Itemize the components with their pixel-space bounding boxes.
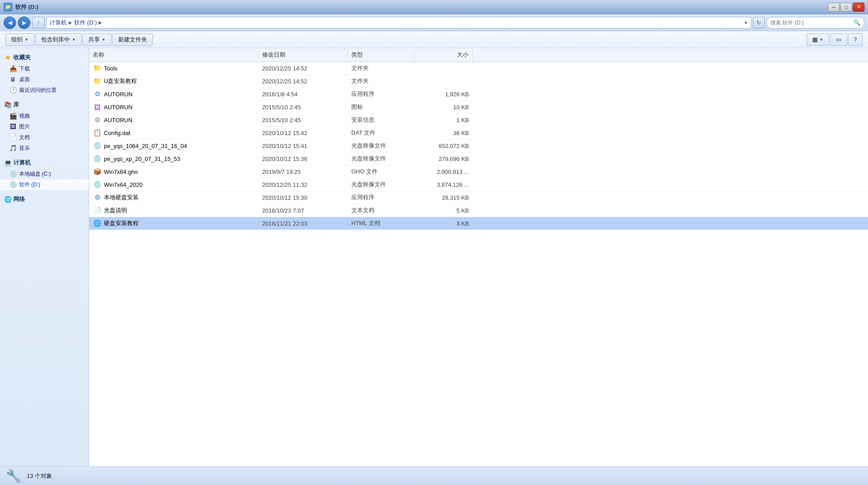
file-date-cell: 2020/10/12 15:42 (259, 129, 348, 137)
table-row[interactable]: ⚙ AUTORUN 2016/1/8 4:54 应用程序 1,926 KB (89, 88, 868, 101)
table-row[interactable]: 💿 pe_yqs_xp_20_07_31_15_53 2020/10/12 15… (89, 152, 868, 165)
up-button[interactable]: ↑ (32, 17, 45, 29)
sidebar-header-network[interactable]: 🌐 网络 (0, 193, 89, 205)
file-icon: ⚙ (93, 90, 102, 99)
titlebar-controls: ─ □ ✕ (828, 3, 864, 12)
new-folder-label: 新建文件夹 (118, 36, 147, 44)
file-name-cell: 💿 Win7x64_2020 (89, 179, 259, 190)
table-row[interactable]: 📦 Win7x64.gho 2019/9/7 19:25 GHO 文件 2,90… (89, 165, 868, 178)
file-name-cell: 💿 pe_yqs_xp_20_07_31_15_53 (89, 153, 259, 164)
table-row[interactable]: 📄 光盘说明 2016/10/23 7:07 文本文档 5 KB (89, 204, 868, 217)
file-name-cell: 📦 Win7x64.gho (89, 166, 259, 177)
sidebar-item-video[interactable]: 🎬 视频 (0, 111, 89, 121)
file-name-text: Tools (104, 65, 117, 72)
sidebar-header-library[interactable]: 📚 库 (0, 99, 89, 111)
organize-button[interactable]: 组织 ▼ (5, 33, 34, 46)
col-header-size[interactable]: 大小 (415, 50, 473, 60)
table-row[interactable]: 📁 Tools 2020/12/25 14:52 文件夹 (89, 62, 868, 75)
share-label: 共享 (88, 36, 100, 44)
share-button[interactable]: 共享 ▼ (82, 33, 111, 46)
breadcrumb-dropdown-arrow[interactable]: ▼ (744, 21, 748, 25)
file-size-cell: 652,072 KB (415, 142, 473, 150)
file-icon: 🌐 (93, 219, 102, 228)
table-row[interactable]: ⚙ 本地硬盘安装 2020/10/12 15:30 应用程序 28,315 KB (89, 191, 868, 204)
maximize-button[interactable]: □ (840, 3, 852, 12)
file-size-cell: 3,874,126 ... (415, 181, 473, 189)
file-list[interactable]: 名称 修改日期 类型 大小 📁 Tools 2020/12/25 14:52 文… (89, 48, 868, 466)
file-size-cell: 2,900,813 ... (415, 168, 473, 176)
image-icon: 🖼 (9, 123, 17, 131)
sidebar-item-document[interactable]: 📄 文档 (0, 132, 89, 143)
minimize-button[interactable]: ─ (828, 3, 839, 12)
file-size-cell: 28,315 KB (415, 193, 473, 202)
file-name-cell: 📋 Config.dat (89, 127, 259, 138)
drive-d-label: 软件 (D:) (19, 181, 40, 189)
preview-pane-button[interactable]: ▭ (830, 33, 847, 46)
file-icon: 💿 (93, 154, 102, 163)
breadcrumb-arrow-1: ▶ (69, 20, 72, 25)
file-name-text: pe_yqs_xp_20_07_31_15_53 (104, 156, 180, 162)
file-size-cell: 36 KB (415, 129, 473, 137)
sidebar-item-drive-d[interactable]: 💿 软件 (D:) (0, 179, 89, 190)
desktop-icon: 🖥 (9, 75, 17, 83)
network-label: 网络 (13, 195, 25, 203)
file-type-cell: 光盘映像文件 (348, 180, 415, 189)
network-icon: 🌐 (4, 195, 12, 203)
file-type-cell: HTML 文档 (348, 218, 415, 228)
search-box[interactable]: 🔍 (766, 17, 864, 29)
sidebar-header-favorites[interactable]: ★ 收藏夹 (0, 52, 89, 63)
titlebar: 📁 软件 (D:) ─ □ ✕ (0, 0, 868, 14)
file-icon: ⚙ (93, 193, 102, 202)
sidebar-item-drive-c[interactable]: 💿 本地磁盘 (C:) (0, 169, 89, 179)
table-row[interactable]: 💿 Win7x64_2020 2020/12/25 11:32 光盘映像文件 3… (89, 178, 868, 191)
file-icon: 📋 (93, 128, 102, 137)
help-icon: ? (854, 36, 857, 43)
file-icon: 💿 (93, 141, 102, 150)
close-button[interactable]: ✕ (853, 3, 864, 12)
file-type-cell: 安装信息 (348, 115, 415, 125)
file-type-cell: 文本文档 (348, 206, 415, 215)
file-type-cell: 光盘映像文件 (348, 141, 415, 151)
computer-label: 计算机 (13, 159, 31, 167)
sidebar-item-recent[interactable]: 🕐 最近访问的位置 (0, 85, 89, 95)
file-icon: 📄 (93, 206, 102, 215)
table-row[interactable]: ⚙ AUTORUN 2015/5/10 2:45 安装信息 1 KB (89, 114, 868, 127)
file-name-text: AUTORUN (104, 104, 132, 111)
col-header-name[interactable]: 名称 (89, 50, 259, 60)
refresh-button[interactable]: ↻ (753, 17, 765, 29)
col-header-type[interactable]: 类型 (348, 50, 415, 60)
col-header-date[interactable]: 修改日期 (259, 50, 348, 60)
view-controls: ▦ ▼ ▭ ? (806, 33, 863, 46)
new-folder-button[interactable]: 新建文件夹 (112, 33, 153, 46)
file-type-cell: 光盘映像文件 (348, 154, 415, 164)
organize-dropdown-icon: ▼ (25, 37, 29, 42)
sidebar-item-downloads[interactable]: 📥 下载 (0, 63, 89, 74)
table-row[interactable]: 📋 Config.dat 2020/10/12 15:42 DAT 文件 36 … (89, 127, 868, 140)
sidebar-section-network: 🌐 网络 (0, 193, 89, 205)
sidebar-item-desktop[interactable]: 🖥 桌面 (0, 74, 89, 85)
file-type-cell: 图标 (348, 102, 415, 112)
sidebar-item-image[interactable]: 🖼 图片 (0, 121, 89, 132)
breadcrumb-bar[interactable]: 计算机 ▶ 软件 (D:) ▶ ▼ (46, 17, 751, 29)
file-name-cell: ⚙ AUTORUN (89, 89, 259, 99)
table-row[interactable]: 🖼 AUTORUN 2015/5/10 2:45 图标 10 KB (89, 101, 868, 114)
organize-label: 组织 (11, 36, 23, 44)
table-row[interactable]: 🌐 硬盘安装教程 2016/11/21 22:03 HTML 文档 3 KB (89, 217, 868, 230)
breadcrumb-computer[interactable]: 计算机 (49, 19, 67, 27)
sidebar-header-computer[interactable]: 💻 计算机 (0, 157, 89, 169)
view-toggle-button[interactable]: ▦ ▼ (806, 33, 829, 46)
favorites-label: 收藏夹 (13, 53, 31, 62)
library-label: 库 (13, 101, 19, 109)
back-button[interactable]: ◀ (4, 16, 16, 29)
file-size-cell: 1 KB (415, 116, 473, 124)
table-row[interactable]: 💿 pe_yqs_1064_20_07_31_16_04 2020/10/12 … (89, 140, 868, 152)
help-button[interactable]: ? (848, 33, 863, 46)
add-to-library-button[interactable]: 包含到库中 ▼ (35, 33, 82, 46)
table-row[interactable]: 📁 U盘安装教程 2020/12/25 14:52 文件夹 (89, 75, 868, 88)
sidebar-item-music[interactable]: 🎵 音乐 (0, 143, 89, 153)
forward-button[interactable]: ▶ (18, 16, 30, 29)
library-icon: 📚 (4, 101, 12, 109)
search-input[interactable] (770, 20, 852, 26)
file-name-cell: ⚙ 本地硬盘安装 (89, 192, 259, 203)
breadcrumb-drive-d[interactable]: 软件 (D:) (74, 19, 97, 27)
